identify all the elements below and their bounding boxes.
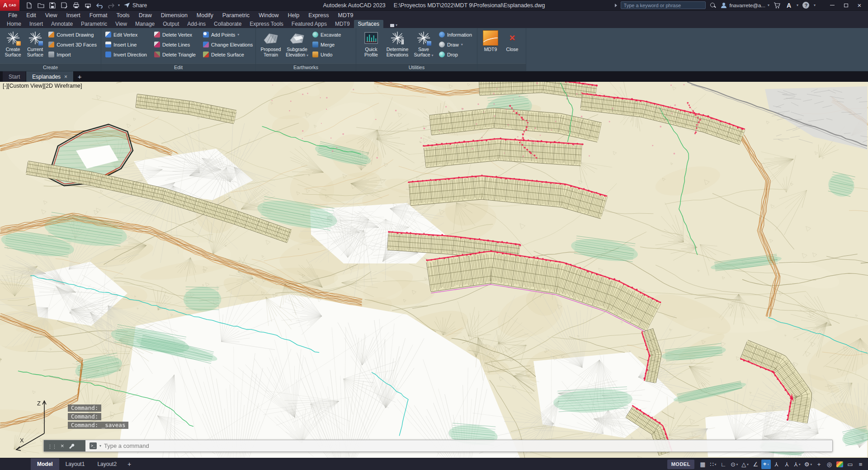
menu-tools[interactable]: Tools <box>112 11 134 20</box>
app-store-button[interactable] <box>773 1 781 9</box>
command-input[interactable] <box>104 442 828 449</box>
delete-triangle-button[interactable]: Delete Triangle <box>152 50 198 59</box>
new-file-tab-button[interactable]: + <box>74 71 85 82</box>
merge-button[interactable]: Merge <box>311 40 343 49</box>
close-window-button[interactable]: × <box>853 0 866 11</box>
invert-direction-button[interactable]: Invert Direction <box>104 50 149 59</box>
ribbon-tab-output[interactable]: Output <box>159 20 183 28</box>
panel-label-utilities[interactable]: Utilities <box>356 63 477 71</box>
viewport-controls-label[interactable]: [-][Custom View][2D Wireframe] <box>3 83 82 89</box>
file-tab-start[interactable]: Start <box>3 71 26 82</box>
panel-label-create[interactable]: Create <box>0 63 101 71</box>
menu-express[interactable]: Express <box>304 11 333 20</box>
annotation-monitor-toggle[interactable]: + <box>814 460 824 469</box>
proposed-terrain-button[interactable]: Proposed Terrain <box>258 29 283 63</box>
menu-file[interactable]: File <box>4 11 22 20</box>
open-button[interactable] <box>36 1 46 10</box>
menu-insert[interactable]: Insert <box>62 11 85 20</box>
search-input[interactable] <box>621 1 706 9</box>
information-button[interactable]: Information <box>437 30 474 39</box>
menu-view[interactable]: View <box>41 11 62 20</box>
search-arrow-icon[interactable] <box>615 4 617 7</box>
object-snap-tracking-toggle[interactable]: ∠ <box>751 460 760 469</box>
polar-tracking-toggle[interactable]: ⊙▾ <box>729 460 739 469</box>
ribbon-display-toggle[interactable]: ▾ <box>388 23 400 28</box>
ribbon-tab-insert[interactable]: Insert <box>25 20 47 28</box>
graphics-performance-button[interactable] <box>835 460 844 469</box>
menu-mdt9[interactable]: MDT9 <box>333 11 358 20</box>
save-as-button[interactable] <box>59 1 69 10</box>
workspace-switching-button[interactable]: ⚙▾ <box>803 460 813 469</box>
layout-tab-model[interactable]: Model <box>31 458 59 470</box>
help-button[interactable]: ? <box>802 1 810 9</box>
convert-drawing-button[interactable]: Convert Drawing <box>47 30 99 39</box>
print-button[interactable] <box>83 1 93 10</box>
annotation-scale-button[interactable]: Y▾ <box>793 460 802 469</box>
model-space-button[interactable]: MODEL <box>667 460 694 469</box>
menu-dimension[interactable]: Dimension <box>156 11 192 20</box>
isolate-objects-button[interactable]: ◎ <box>825 460 834 469</box>
plot-button[interactable] <box>71 1 81 10</box>
excavate-button[interactable]: Excavate <box>311 30 343 39</box>
command-input-zone[interactable]: ▾ <box>85 442 832 449</box>
autocad-logo[interactable]: A CAD <box>0 0 19 11</box>
customize-wrench-icon[interactable] <box>68 443 75 449</box>
convert-3d-faces-button[interactable]: Convert 3D Faces <box>47 40 99 49</box>
file-tab-close-icon[interactable]: × <box>64 74 67 80</box>
ribbon-tab-featured-apps[interactable]: Featured Apps <box>288 20 331 28</box>
ribbon-tab-parametric[interactable]: Parametric <box>77 20 111 28</box>
ribbon-tab-addins[interactable]: Add-ins <box>183 20 210 28</box>
share-button[interactable]: Share <box>123 2 147 9</box>
insert-line-button[interactable]: Insert Line <box>104 40 149 49</box>
menu-draw[interactable]: Draw <box>134 11 156 20</box>
new-layout-button[interactable]: + <box>123 458 136 470</box>
ribbon-tab-home[interactable]: Home <box>3 20 25 28</box>
ribbon-tab-manage[interactable]: Manage <box>131 20 159 28</box>
isometric-drafting-toggle[interactable]: △▾ <box>740 460 750 469</box>
menu-help[interactable]: Help <box>283 11 304 20</box>
menu-window[interactable]: Window <box>254 11 283 20</box>
menu-parametric[interactable]: Parametric <box>218 11 254 20</box>
snap-toggle[interactable]: ∷▾ <box>708 460 718 469</box>
add-points-button[interactable]: Add Points ▾ <box>201 30 255 39</box>
minimize-button[interactable] <box>826 0 839 11</box>
ribbon-tab-annotate[interactable]: Annotate <box>47 20 77 28</box>
drop-button[interactable]: Drop <box>437 50 474 59</box>
account-menu[interactable]: fnavarrete@a... ▾ <box>720 2 769 9</box>
create-surface-button[interactable]: Create Surface <box>2 29 24 63</box>
restore-button[interactable] <box>839 0 853 11</box>
grip-icon[interactable] <box>47 442 57 450</box>
customization-button[interactable]: ≡ <box>856 460 865 469</box>
new-drawing-button[interactable] <box>24 1 34 10</box>
import-button[interactable]: Import <box>47 50 99 59</box>
object-snap-toggle[interactable]: ⌖▾ <box>761 460 771 469</box>
clean-screen-button[interactable]: ▭ <box>845 460 855 469</box>
current-surface-button[interactable]: Current Surface <box>24 29 46 63</box>
command-bar-handle[interactable]: × <box>44 440 85 451</box>
undo-earthworks-button[interactable]: Undo <box>311 50 343 59</box>
layout-tab-layout2[interactable]: Layout2 <box>91 458 123 470</box>
panel-label-earthworks[interactable]: Earthworks <box>256 63 356 71</box>
ortho-toggle[interactable]: ∟ <box>719 460 728 469</box>
ribbon-tab-collaborate[interactable]: Collaborate <box>210 20 245 28</box>
draw-button[interactable]: Draw ▾ <box>437 40 474 49</box>
delete-vertex-button[interactable]: Delete Vertex <box>152 30 198 39</box>
delete-surface-button[interactable]: Delete Surface <box>201 50 255 59</box>
determine-elevations-button[interactable]: Determine Elevations <box>385 29 410 63</box>
command-close-icon[interactable]: × <box>61 442 64 449</box>
grid-toggle[interactable]: ▦ <box>698 460 708 469</box>
search-icon[interactable] <box>709 2 717 9</box>
panel-label-edit[interactable]: Edit <box>101 63 255 71</box>
redo-button[interactable] <box>106 1 116 10</box>
autodesk-assistant-button[interactable]: A <box>785 1 793 9</box>
delete-lines-button[interactable]: Delete Lines <box>152 40 198 49</box>
menu-edit[interactable]: Edit <box>22 11 41 20</box>
subgrade-elevation-button[interactable]: Subgrade Elevation ▾ <box>284 29 310 63</box>
mdt9-button[interactable]: MDT9 <box>480 29 501 63</box>
menu-modify[interactable]: Modify <box>192 11 218 20</box>
save-surface-button[interactable]: Save Surface ▾ <box>411 29 436 63</box>
undo-button[interactable] <box>94 1 104 10</box>
ribbon-tab-express-tools[interactable]: Express Tools <box>245 20 287 28</box>
save-button[interactable] <box>47 1 57 10</box>
close-mdt9-button[interactable]: × Close <box>502 29 522 63</box>
